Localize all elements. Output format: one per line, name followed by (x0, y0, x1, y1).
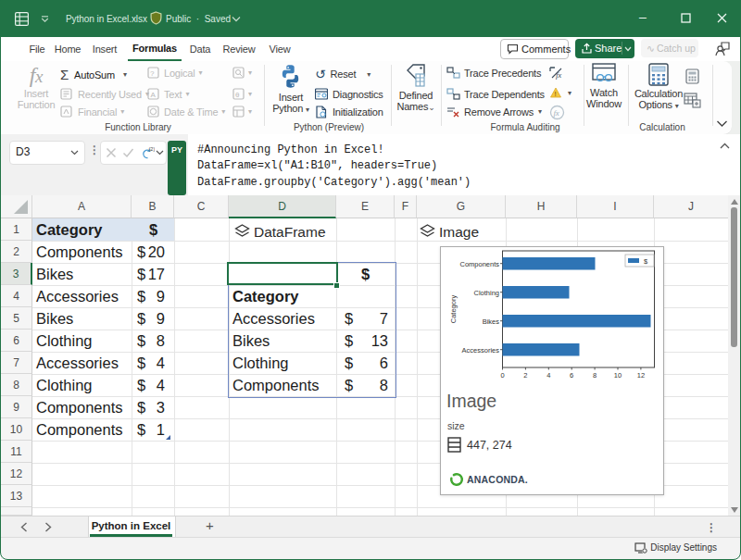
svg-text:fx: fx (556, 70, 561, 80)
svg-text:!: ! (555, 90, 557, 98)
svg-text:6: 6 (570, 371, 573, 380)
svg-text:10: 10 (614, 371, 622, 380)
svg-text:0: 0 (500, 371, 504, 380)
svg-text:4: 4 (546, 371, 550, 380)
svg-text:Category: Category (449, 295, 458, 324)
svg-text:θ: θ (235, 91, 240, 99)
svg-text:8: 8 (593, 371, 597, 380)
svg-text:Components: Components (459, 260, 499, 268)
svg-text:(2): (2) (149, 146, 156, 152)
svg-text:Bikes: Bikes (483, 317, 500, 326)
svg-text:12: 12 (637, 371, 645, 380)
svg-text:fx: fx (554, 108, 559, 118)
svg-text:A: A (151, 91, 157, 99)
svg-text:Clothing: Clothing (473, 289, 499, 297)
svg-text:Accessories: Accessories (462, 346, 500, 355)
svg-text:2: 2 (523, 371, 527, 380)
svg-text:?: ? (150, 69, 155, 78)
